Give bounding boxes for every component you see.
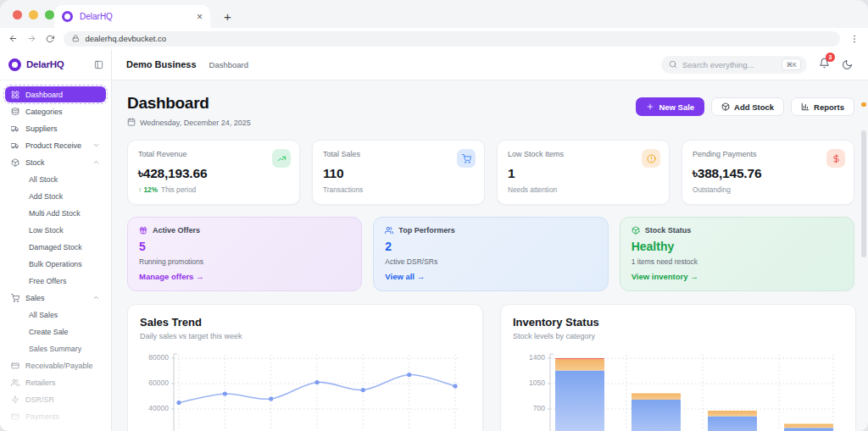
svg-text:40000: 40000 xyxy=(148,404,169,412)
notifications-button[interactable]: 3 xyxy=(819,57,830,72)
sidebar-item-dsr-sr[interactable]: DSR/SR xyxy=(5,391,106,407)
sidebar-collapse-icon[interactable] xyxy=(94,60,103,69)
sidebar-item-label: Payments xyxy=(25,412,59,421)
sidebar-item-label: Damaged Stock xyxy=(29,243,82,251)
sidebar-item-bulk-operations[interactable]: Bulk Operations xyxy=(5,256,106,272)
browser-menu-icon[interactable] xyxy=(849,34,860,44)
promo-link[interactable]: View all → xyxy=(385,272,596,281)
package-icon xyxy=(632,226,640,235)
sidebar-item-stock[interactable]: Stock xyxy=(5,154,106,170)
chart-title: Sales Trend xyxy=(140,316,470,329)
browser-tab[interactable]: DelarHQ × xyxy=(54,5,210,28)
stat-sub: Needs attention xyxy=(508,185,659,194)
dollar-icon xyxy=(826,149,845,168)
add-stock-button[interactable]: Add Stock xyxy=(711,97,784,116)
browser-window: DelarHQ × + dealerhq.devbucket.co DelarH… xyxy=(0,0,868,431)
sidebar-item-label: Create Sale xyxy=(29,328,68,336)
button-label: Reports xyxy=(814,102,844,112)
page-title: Dashboard xyxy=(127,94,251,113)
sidebar-item-damaged-stock[interactable]: Damaged Stock xyxy=(5,239,106,255)
sidebar-item-multi-add-stock[interactable]: Multi Add Stock xyxy=(5,205,106,221)
svg-text:700: 700 xyxy=(533,404,545,412)
stat-label: Pending Payments xyxy=(693,150,843,158)
scrollbar-thumb[interactable] xyxy=(861,130,866,257)
promo-card-top-performers: Top Performers2Active DSR/SRsView all → xyxy=(373,217,608,291)
minimize-window-button[interactable] xyxy=(29,10,38,19)
sidebar-header: DelarHQ xyxy=(0,49,111,80)
dark-mode-toggle[interactable] xyxy=(842,59,853,70)
promo-value: Healthy xyxy=(632,240,843,253)
stat-card-total-revenue: Total Revenue৳428,193.66↑ 12%This period xyxy=(127,140,300,205)
button-label: Add Stock xyxy=(734,102,774,112)
tab-strip: DelarHQ × + xyxy=(0,0,868,28)
close-window-button[interactable] xyxy=(13,10,22,19)
address-bar[interactable]: dealerhq.devbucket.co xyxy=(64,31,840,47)
sidebar-item-suppliers[interactable]: Suppliers xyxy=(5,120,106,136)
close-tab-icon[interactable]: × xyxy=(197,12,203,22)
svg-text:1050: 1050 xyxy=(529,379,545,387)
calendar-icon xyxy=(127,118,136,128)
sidebar-item-add-stock[interactable]: Add Stock xyxy=(5,188,106,204)
business-name: Demo Business xyxy=(126,59,197,69)
sidebar-item-label: Bulk Operations xyxy=(29,260,82,268)
chart-title: Inventory Status xyxy=(513,316,843,329)
page-scrollbar[interactable] xyxy=(860,100,867,430)
forward-icon[interactable] xyxy=(27,34,36,43)
sidebar-item-receivable-payable[interactable]: Receivable/Payable xyxy=(5,357,106,373)
sidebar-item-free-offers[interactable]: Free Offers xyxy=(5,273,106,289)
promo-link[interactable]: View inventory → xyxy=(632,272,843,281)
dashboard-content: Dashboard Wednesday, December 24, 2025 N… xyxy=(112,80,868,431)
breadcrumb[interactable]: Dashboard xyxy=(209,60,248,69)
truck-icon xyxy=(11,141,19,150)
sidebar-item-sales-summary[interactable]: Sales Summary xyxy=(5,340,106,356)
bolt-icon xyxy=(11,395,19,404)
reload-icon[interactable] xyxy=(46,35,54,43)
users-icon xyxy=(11,379,19,387)
sidebar-item-create-sale[interactable]: Create Sale xyxy=(5,323,106,340)
chart-subtitle: Stock levels by category xyxy=(513,332,843,340)
page-actions: New SaleAdd StockReports xyxy=(636,97,854,116)
sidebar-item-label: Multi Add Stock xyxy=(29,209,81,218)
sidebar-item-retailers[interactable]: Retailers xyxy=(5,374,106,390)
search-icon xyxy=(669,60,677,69)
button-label: New Sale xyxy=(659,102,694,112)
reports-button[interactable]: Reports xyxy=(791,97,854,116)
search-input[interactable] xyxy=(682,60,776,69)
cart-icon xyxy=(457,149,476,168)
chevron-down-icon xyxy=(92,141,100,149)
stat-card-low-stock-items: Low Stock Items1Needs attention xyxy=(497,140,670,205)
promo-link[interactable]: Manage offers → xyxy=(139,272,350,281)
sidebar-item-dashboard[interactable]: Dashboard xyxy=(5,86,106,102)
sidebar-item-all-sales[interactable]: All Sales xyxy=(5,307,106,323)
sidebar-item-label: Product Receive xyxy=(25,141,81,150)
new-tab-button[interactable]: + xyxy=(224,9,231,24)
stat-sub: Transactions xyxy=(323,185,474,194)
trend-icon xyxy=(272,149,291,168)
promo-sub: Running promotions xyxy=(139,257,350,266)
sidebar-item-categories[interactable]: Categories xyxy=(5,103,106,119)
global-search[interactable]: ⌘K xyxy=(661,56,807,74)
sidebar-item-sales[interactable]: Sales xyxy=(5,290,106,306)
page-date: Wednesday, December 24, 2025 xyxy=(140,119,251,127)
sidebar-item-label: Dashboard xyxy=(25,91,63,99)
sidebar-item-label: Free Offers xyxy=(29,277,66,285)
sidebar-item-label: All Stock xyxy=(29,175,58,184)
maximize-window-button[interactable] xyxy=(45,10,54,19)
promo-label: Stock Status xyxy=(645,226,692,235)
svg-text:80000: 80000 xyxy=(148,353,169,362)
promo-sub: 1 items need restock xyxy=(632,257,843,266)
promo-card-stock-status: Stock StatusHealthy1 items need restockV… xyxy=(620,217,854,291)
sidebar-item-payments[interactable]: Payments xyxy=(5,408,106,424)
charts-row: Sales Trend Daily sales vs target this w… xyxy=(127,304,854,431)
sidebar-item-label: Retailers xyxy=(25,379,56,387)
stat-sub: ↑ 12%This period xyxy=(138,185,289,194)
stat-label: Low Stock Items xyxy=(508,150,659,158)
sidebar-item-low-stock[interactable]: Low Stock xyxy=(5,222,106,238)
inventory-status-chart: 35070010501400 xyxy=(513,348,843,431)
new-sale-button[interactable]: New Sale xyxy=(636,97,704,116)
promo-sub: Active DSR/SRs xyxy=(385,257,596,266)
sidebar-item-all-stock[interactable]: All Stock xyxy=(5,171,106,187)
back-icon[interactable] xyxy=(8,34,18,43)
sidebar-item-product-receive[interactable]: Product Receive xyxy=(5,137,106,153)
cart-icon xyxy=(11,294,19,302)
